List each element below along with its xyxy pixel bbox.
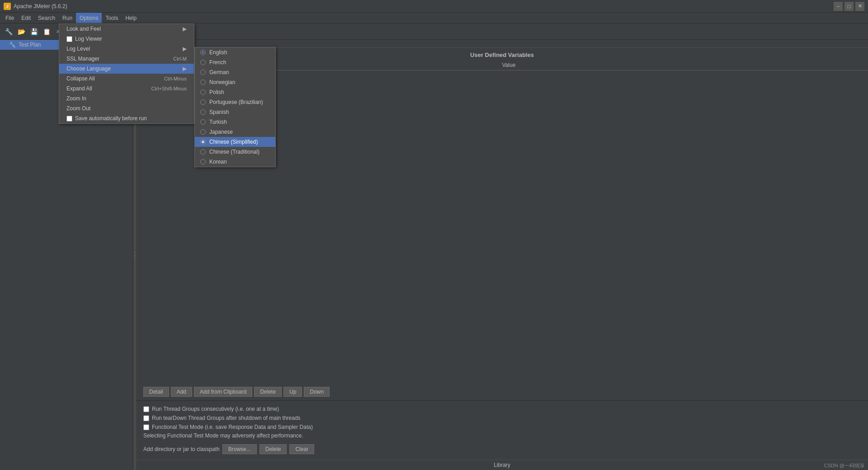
lang-english-radio xyxy=(200,50,206,55)
menu-run[interactable]: Run xyxy=(59,13,76,23)
lang-japanese-radio xyxy=(200,129,206,135)
collapse-all-label: Collapse All xyxy=(66,75,95,82)
detail-button[interactable]: Detail xyxy=(143,387,169,397)
dropdown-log-viewer[interactable]: Log Viewer xyxy=(59,34,194,44)
ssl-manager-label: SSL Manager xyxy=(66,56,99,62)
delete-button[interactable]: Delete xyxy=(254,387,282,397)
classpath-delete-button[interactable]: Delete xyxy=(259,444,287,454)
dropdown-ssl-manager[interactable]: SSL Manager Ctrl-M xyxy=(59,54,194,64)
functional-warning: Selecting Functional Test Mode may adver… xyxy=(143,432,861,442)
lang-japanese-label: Japanese xyxy=(209,129,233,135)
functional-test-checkbox[interactable] xyxy=(143,424,149,430)
log-level-label: Log Level xyxy=(66,46,90,52)
menu-help[interactable]: Help xyxy=(122,13,140,23)
lang-korean-label: Korean xyxy=(209,159,227,165)
toolbar-open[interactable]: 📂 xyxy=(15,26,27,38)
title-bar-left: J Apache JMeter (5.6.2) xyxy=(4,3,67,10)
value-column-header: Value xyxy=(502,62,861,68)
teardown-row: Run tearDown Thread Groups after shutdow… xyxy=(143,414,861,423)
language-submenu: English French German Norwegian Polish P… xyxy=(194,47,276,167)
teardown-checkbox[interactable] xyxy=(143,415,149,421)
lang-portuguese-radio xyxy=(200,99,206,105)
dropdown-look-feel[interactable]: Look and Feel ▶ xyxy=(59,24,194,34)
status-text: CSDN @一码情深 xyxy=(824,463,864,468)
menu-search[interactable]: Search xyxy=(34,13,59,23)
add-button[interactable]: Add xyxy=(171,387,192,397)
look-feel-label: Look and Feel xyxy=(66,26,101,32)
menu-edit[interactable]: Edit xyxy=(18,13,34,23)
toolbar-new[interactable]: 🔧 xyxy=(3,26,14,38)
lang-chinese-simplified-radio xyxy=(200,139,206,145)
options-dropdown: Look and Feel ▶ Log Viewer Log Level ▶ S… xyxy=(59,24,194,124)
toolbar-save-as[interactable]: 📋 xyxy=(41,26,52,38)
lang-french[interactable]: French xyxy=(195,57,275,67)
lang-spanish-label: Spanish xyxy=(209,109,229,115)
down-button[interactable]: Down xyxy=(304,387,330,397)
log-viewer-checkbox[interactable] xyxy=(66,36,72,42)
testplan-label: Test Plan xyxy=(19,42,41,48)
log-level-arrow: ▶ xyxy=(183,46,187,52)
lang-french-label: French xyxy=(209,59,226,66)
menu-options[interactable]: Options xyxy=(76,13,102,23)
lang-german[interactable]: German xyxy=(195,67,275,77)
lang-turkish-radio xyxy=(200,119,206,125)
run-consecutively-row: Run Thread Groups consecutively (i.e. on… xyxy=(143,404,861,414)
collapse-all-shortcut: Ctrl-Minus xyxy=(164,76,187,81)
lang-chinese-traditional[interactable]: Chinese (Traditional) xyxy=(195,147,275,157)
dropdown-zoom-in[interactable]: Zoom In xyxy=(59,94,194,103)
classpath-label: Add directory or jar to classpath xyxy=(143,446,220,452)
testplan-icon: 🔧 xyxy=(9,42,16,48)
menu-bar: File Edit Search Run Options Tools Help xyxy=(0,13,868,24)
close-button[interactable]: ✕ xyxy=(855,2,864,11)
run-consecutively-checkbox[interactable] xyxy=(143,406,149,412)
thread-options-section: Run Thread Groups consecutively (i.e. on… xyxy=(136,400,868,460)
lang-polish[interactable]: Polish xyxy=(195,87,275,97)
toolbar-save[interactable]: 💾 xyxy=(28,26,40,38)
lang-english[interactable]: English xyxy=(195,47,275,57)
look-feel-arrow: ▶ xyxy=(183,26,187,32)
library-section: Library xyxy=(136,460,868,470)
title-bar: J Apache JMeter (5.6.2) − □ ✕ xyxy=(0,0,868,13)
lang-turkish[interactable]: Turkish xyxy=(195,117,275,127)
lang-polish-radio xyxy=(200,89,206,95)
add-from-clipboard-button[interactable]: Add from Clipboard xyxy=(194,387,252,397)
dropdown-choose-language[interactable]: Choose Language ▶ xyxy=(59,64,194,74)
choose-language-arrow: ▶ xyxy=(183,66,187,72)
zoom-out-label: Zoom Out xyxy=(66,105,90,112)
dropdown-zoom-out[interactable]: Zoom Out xyxy=(59,103,194,113)
lang-norwegian-label: Norwegian xyxy=(209,79,235,85)
lang-norwegian[interactable]: Norwegian xyxy=(195,77,275,87)
maximize-button[interactable]: □ xyxy=(844,2,854,11)
functional-test-row: Functional Test Mode (i.e. save Response… xyxy=(143,423,861,432)
dropdown-log-level[interactable]: Log Level ▶ xyxy=(59,44,194,54)
app-title: Apache JMeter (5.6.2) xyxy=(14,3,67,9)
menu-tools[interactable]: Tools xyxy=(102,13,122,23)
ssl-manager-shortcut: Ctrl-M xyxy=(173,56,187,61)
menu-file[interactable]: File xyxy=(2,13,18,23)
lang-korean[interactable]: Korean xyxy=(195,157,275,167)
lang-english-label: English xyxy=(209,49,227,56)
save-auto-checkbox[interactable] xyxy=(66,116,72,122)
clear-button[interactable]: Clear xyxy=(289,444,314,454)
lang-chinese-traditional-label: Chinese (Traditional) xyxy=(209,149,259,155)
dropdown-save-auto[interactable]: Save automatically before run xyxy=(59,113,194,123)
dropdown-expand-all[interactable]: Expand All Ctrl+Shift-Minus xyxy=(59,84,194,94)
lang-portuguese[interactable]: Portuguese (Brazilian) xyxy=(195,97,275,107)
browse-button[interactable]: Browse... xyxy=(222,444,257,454)
lang-norwegian-radio xyxy=(200,80,206,85)
choose-language-label: Choose Language xyxy=(66,66,111,72)
lang-spanish[interactable]: Spanish xyxy=(195,107,275,117)
status-bar: CSDN @一码情深 xyxy=(821,461,868,470)
classpath-row: Add directory or jar to classpath Browse… xyxy=(143,442,861,456)
lang-chinese-simplified[interactable]: Chinese (Simplified) xyxy=(195,137,275,147)
expand-all-shortcut: Ctrl+Shift-Minus xyxy=(151,86,187,91)
dropdown-collapse-all[interactable]: Collapse All Ctrl-Minus xyxy=(59,74,194,84)
title-bar-controls: − □ ✕ xyxy=(834,2,864,11)
lang-spanish-radio xyxy=(200,109,206,115)
library-column-header: Library xyxy=(143,462,861,468)
minimize-button[interactable]: − xyxy=(834,2,843,11)
lang-chinese-traditional-radio xyxy=(200,149,206,155)
up-button[interactable]: Up xyxy=(283,387,302,397)
lang-japanese[interactable]: Japanese xyxy=(195,127,275,137)
lang-german-radio xyxy=(200,70,206,75)
